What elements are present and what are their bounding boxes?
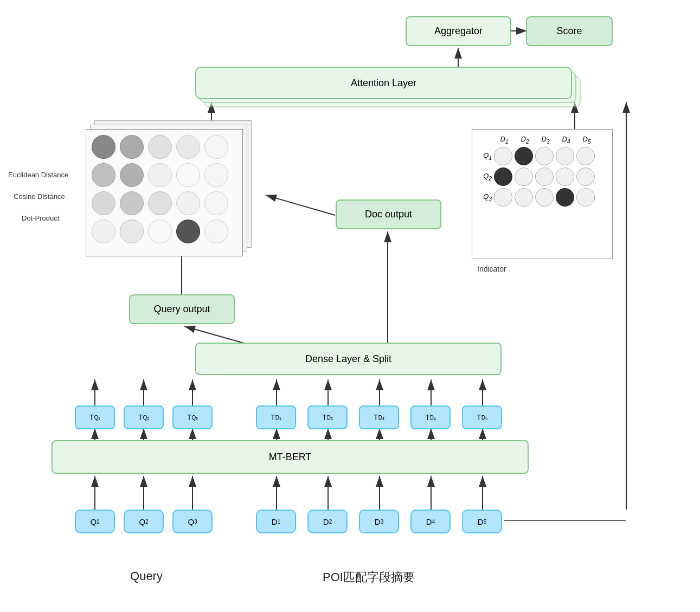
mt-bert-label: MT-BERT [269, 452, 312, 463]
input-q2: Q2 [124, 510, 164, 533]
dense-split-box: Dense Layer & Split [195, 343, 502, 375]
token-td2: TD₂ [307, 405, 348, 429]
doc-output-box: Doc output [336, 199, 441, 229]
score-box: Score [526, 16, 613, 46]
input-q3: Q3 [172, 510, 213, 533]
indicator-label: Indicator [477, 265, 506, 273]
mt-bert-box: MT-BERT [52, 440, 529, 474]
input-d5: D5 [462, 510, 502, 533]
indicator-grid: D1 D2 D3 D4 D5 Q1 Q2 Q3 [472, 129, 613, 259]
query-output-label: Query output [153, 304, 210, 315]
similarity-matrix [86, 129, 243, 256]
token-tq2: TQ₂ [124, 405, 164, 429]
dense-split-label: Dense Layer & Split [305, 353, 391, 365]
token-td3: TD₃ [359, 405, 399, 429]
token-tq3: TQ₃ [172, 405, 213, 429]
query-caption: Query [92, 569, 201, 583]
svg-line-7 [184, 326, 244, 343]
input-d4: D4 [410, 510, 451, 533]
token-td4: TD₄ [410, 405, 451, 429]
score-label: Score [556, 25, 582, 37]
token-td1: TD₁ [256, 405, 296, 429]
token-tq1: TQ₁ [75, 405, 115, 429]
token-td5: TD₅ [462, 405, 502, 429]
architecture-diagram: Score Aggregator Attention Layer Doc out… [0, 0, 700, 612]
input-d3: D3 [359, 510, 399, 533]
input-d1: D1 [256, 510, 296, 533]
query-output-box: Query output [129, 294, 235, 324]
svg-line-5 [266, 195, 335, 215]
dot-product-label: Dot-Product [22, 214, 59, 222]
input-q1: Q1 [75, 510, 115, 533]
attention-layer-label: Attention Layer [351, 78, 416, 89]
input-d2: D2 [307, 510, 348, 533]
cosine-label: Cosine Distance [14, 192, 65, 201]
aggregator-box: Aggregator [406, 16, 511, 46]
euclidean-label: Euclidean Distance [8, 171, 68, 179]
poi-caption: POI匹配字段摘要 [266, 569, 472, 585]
aggregator-label: Aggregator [434, 25, 483, 37]
attention-layer-box: Attention Layer [195, 67, 572, 99]
doc-output-label: Doc output [365, 209, 412, 220]
